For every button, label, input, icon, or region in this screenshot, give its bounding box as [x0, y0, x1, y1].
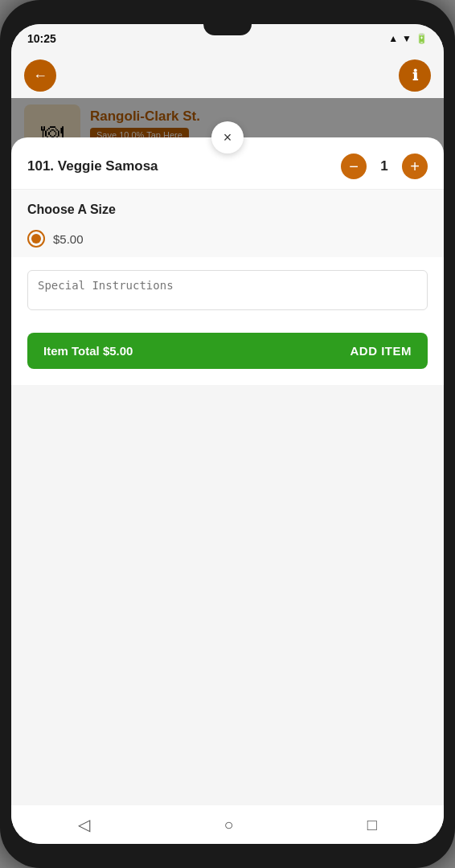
- top-nav: ← ℹ: [11, 53, 444, 98]
- item-modal: × 101. Veggie Samosa − 1 + Choose A Size: [11, 137, 444, 385]
- radio-button[interactable]: [27, 230, 45, 248]
- radio-selected-icon: [31, 234, 41, 244]
- close-button[interactable]: ×: [211, 121, 244, 154]
- signal-icon: ▲: [388, 33, 398, 44]
- home-nav-icon[interactable]: ○: [223, 816, 233, 834]
- item-total-label: Item Total $5.00: [43, 344, 133, 358]
- main-content: 🍽 Rangoli-Clark St. Save 10.0% Tap Here …: [11, 98, 444, 385]
- decrement-button[interactable]: −: [341, 154, 367, 179]
- battery-icon: 🔋: [416, 33, 428, 44]
- add-item-label: ADD ITEM: [350, 344, 412, 358]
- back-nav-icon[interactable]: ◁: [78, 815, 90, 834]
- qty-controls: − 1 +: [341, 154, 428, 179]
- add-item-button[interactable]: Item Total $5.00 ADD ITEM: [27, 333, 428, 369]
- choose-size-title: Choose A Size: [27, 203, 428, 217]
- back-button[interactable]: ←: [24, 59, 56, 92]
- recent-nav-icon[interactable]: □: [367, 816, 377, 834]
- increment-button[interactable]: +: [402, 154, 428, 179]
- status-icons: ▲ ▼ 🔋: [388, 33, 428, 44]
- choose-size-section: Choose A Size $5.00: [11, 190, 444, 257]
- special-instructions-input[interactable]: [27, 270, 428, 310]
- wifi-icon: ▼: [402, 33, 412, 44]
- status-time: 10:25: [27, 32, 56, 45]
- size-option[interactable]: $5.00: [27, 227, 428, 251]
- qty-value: 1: [376, 158, 392, 174]
- info-button[interactable]: ℹ: [399, 59, 431, 92]
- special-instructions-section: [11, 257, 444, 326]
- bottom-nav: ◁ ○ □: [11, 805, 444, 844]
- size-price: $5.00: [53, 232, 84, 246]
- modal-item-name: 101. Veggie Samosa: [27, 158, 158, 174]
